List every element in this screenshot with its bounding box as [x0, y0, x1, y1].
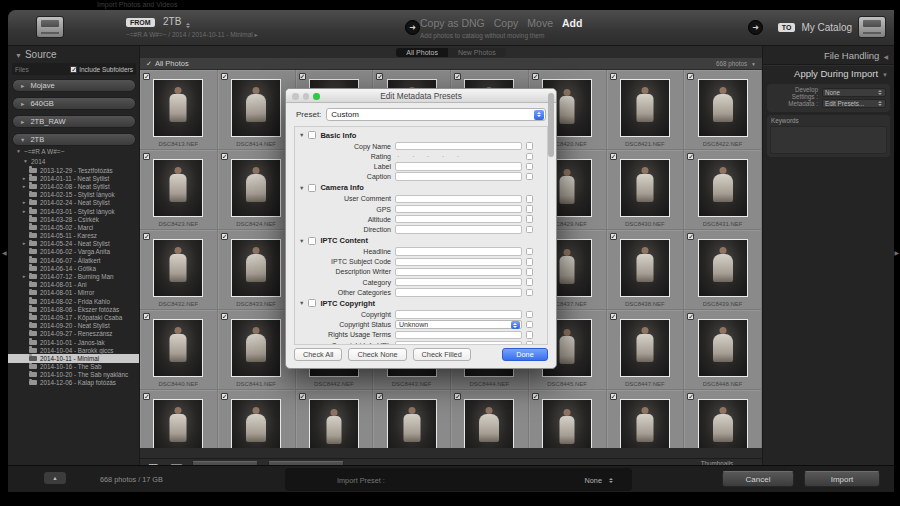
copy-name-input[interactable] [395, 142, 522, 151]
photo-checkbox[interactable] [376, 393, 383, 400]
photo-cell[interactable] [451, 390, 529, 448]
photo-checkbox[interactable] [687, 73, 694, 80]
folder-item-2014-09-20-neat-stylist[interactable]: 2014-09-20 - Neat Stylist [8, 322, 139, 330]
chevron-down-icon[interactable]: ▼ [299, 132, 304, 138]
copy-name-checkbox[interactable] [526, 142, 534, 150]
category-checkbox[interactable] [526, 278, 534, 286]
photo-cell[interactable] [607, 390, 685, 448]
photo-cell[interactable]: DSC8447.NEF [607, 310, 685, 390]
photo-checkbox[interactable] [532, 73, 539, 80]
photo-checkbox[interactable] [299, 393, 306, 400]
photo-cell[interactable]: DSC8430.NEF [607, 150, 685, 230]
photo-thumbnail[interactable] [231, 79, 281, 137]
photo-thumbnail[interactable] [387, 399, 437, 448]
photo-cell[interactable] [140, 390, 218, 448]
tab-new-photos[interactable]: New Photos [448, 48, 506, 57]
import-action-copy-as-dng[interactable]: Copy as DNG [420, 17, 485, 29]
folder-item-2014-06-02-varga-anita[interactable]: 2014-06-02 - Varga Anita [8, 248, 139, 256]
volume-2tb-raw[interactable]: ►2TB_RAW [12, 115, 136, 128]
copyright-status-select[interactable]: Unknown [395, 320, 522, 330]
cancel-button[interactable]: Cancel [722, 471, 794, 487]
volume-2tb[interactable]: ▼2TB [12, 133, 136, 146]
folder-item-2014-03-01-stylist-l-nyok[interactable]: ►2014-03-01 - Stylist lányok [8, 207, 139, 215]
tree-parent-r-a-w[interactable]: ▼~=#R A W#=~ [8, 146, 139, 156]
photo-checkbox[interactable] [687, 233, 694, 240]
done-button[interactable]: Done [502, 348, 548, 361]
photo-thumbnail[interactable] [153, 399, 203, 448]
folder-item-2013-12-29-tesztfot-z-s[interactable]: 2013-12-29 - Tesztfotózás [8, 166, 139, 174]
check-icon[interactable]: ✓ [146, 60, 152, 68]
folder-item-2014-02-08-neat-sytlist[interactable]: ►2014-02-08 - Neat Sytlist [8, 182, 139, 190]
photo-checkbox[interactable] [221, 153, 228, 160]
chevron-down-icon[interactable]: ▼ [751, 61, 756, 67]
rights-usage-terms-input[interactable] [395, 331, 522, 340]
from-device-selector[interactable]: 2TB [163, 16, 191, 30]
photo-cell[interactable]: DSC8441.NEF [218, 310, 296, 390]
check-all-button[interactable]: Check All [294, 348, 342, 361]
photo-checkbox[interactable] [687, 313, 694, 320]
photo-thumbnail[interactable] [620, 79, 670, 137]
rights-usage-terms-checkbox[interactable] [526, 331, 534, 339]
photo-cell[interactable]: DSC8439.NEF [684, 230, 762, 310]
photo-thumbnail[interactable] [231, 319, 281, 377]
photo-checkbox[interactable] [610, 313, 617, 320]
photo-cell[interactable]: DSC8432.NEF [140, 230, 218, 310]
photo-thumbnail[interactable] [698, 79, 748, 137]
folder-item-2014-05-11-karesz[interactable]: 2014-05-11 - Karesz [8, 232, 139, 240]
photo-thumbnail[interactable] [620, 319, 670, 377]
photo-checkbox[interactable] [143, 393, 150, 400]
collapse-left-panel-arrow[interactable]: ◀ [2, 249, 7, 256]
iptc-copyright-checkbox[interactable] [308, 299, 316, 307]
photo-thumbnail[interactable] [231, 159, 281, 217]
photo-checkbox[interactable] [687, 393, 694, 400]
folder-item-2014-12-06-kalap-fot-z-s[interactable]: 2014-12-06 - Kalap fotózás [8, 379, 139, 387]
iptc-content-checkbox[interactable] [308, 237, 316, 245]
minimize-window-icon[interactable] [303, 93, 310, 100]
copyright-input[interactable] [395, 310, 522, 319]
photo-cell[interactable]: DSC8440.NEF [140, 310, 218, 390]
photo-cell[interactable] [373, 390, 451, 448]
altitude-input[interactable] [395, 215, 522, 224]
folder-item-2014-08-06-kszer-fot-z-s[interactable]: 2014-08-06 - Ékszer fotózás [8, 305, 139, 313]
folder-item-2014-09-17-k-pataki-csaba[interactable]: 2014-09-17 - Kőpataki Csaba [8, 313, 139, 321]
folder-item-2014-10-16-the-sab[interactable]: 2014-10-16 - The Sab [8, 363, 139, 371]
import-action-copy[interactable]: Copy [494, 17, 519, 29]
volume-mojave[interactable]: ►Mojave [12, 79, 136, 92]
photo-checkbox[interactable] [299, 73, 306, 80]
copyright-status-checkbox[interactable] [526, 321, 534, 329]
other-categories-input[interactable] [395, 288, 522, 297]
camera-info-checkbox[interactable] [308, 184, 316, 192]
apply-during-import-header[interactable]: Apply During Import▼ [794, 68, 888, 79]
photo-cell[interactable]: DSC8433.NEF [218, 230, 296, 310]
altitude-checkbox[interactable] [526, 215, 534, 223]
photo-cell[interactable] [529, 390, 607, 448]
to-target[interactable]: My Catalog [801, 22, 852, 33]
copyright-info-url-input[interactable] [395, 341, 522, 345]
source-nav-arrow-icon[interactable]: ➜ [405, 20, 420, 35]
basic-info-checkbox[interactable] [308, 131, 316, 139]
photo-thumbnail[interactable] [153, 319, 203, 377]
photo-checkbox[interactable] [610, 73, 617, 80]
photo-cell[interactable] [296, 390, 374, 448]
folder-item-2014-05-24-neat-stylist[interactable]: ►2014-05-24 - Neat Stylist [8, 240, 139, 248]
photo-cell[interactable]: DSC8413.NEF [140, 70, 218, 150]
photo-thumbnail[interactable] [620, 159, 670, 217]
photo-checkbox[interactable] [143, 73, 150, 80]
label-checkbox[interactable] [526, 163, 534, 171]
expand-panel-button[interactable]: ▲ [44, 472, 66, 484]
folder-item-2014-09-27-renesz-nsz[interactable]: 2014-09-27 - Reneszánsz [8, 330, 139, 338]
photo-thumbnail[interactable] [231, 399, 281, 448]
copyright-info-url-checkbox[interactable] [526, 341, 534, 345]
gps-input[interactable] [395, 205, 522, 214]
photo-checkbox[interactable] [610, 393, 617, 400]
photo-cell[interactable]: DSC8414.NEF [218, 70, 296, 150]
photo-checkbox[interactable] [610, 153, 617, 160]
iptc-subject-code-checkbox[interactable] [526, 258, 534, 266]
folder-item-2014-02-24-neat-stylist[interactable]: ►2014-02-24 - Neat Stylist [8, 199, 139, 207]
caption-checkbox[interactable] [526, 173, 534, 181]
photo-cell[interactable]: DSC8424.NEF [218, 150, 296, 230]
rating-stars[interactable]: · · · · · [395, 152, 522, 161]
folder-item-2014-06-14-g-tika[interactable]: 2014-06-14 - Gótika [8, 264, 139, 272]
folder-item-2014-08-01-ani[interactable]: 2014-08-01 - Ani [8, 281, 139, 289]
folder-item-2014-10-01-j-nos-lak[interactable]: 2014-10-01 - János-lak [8, 338, 139, 346]
